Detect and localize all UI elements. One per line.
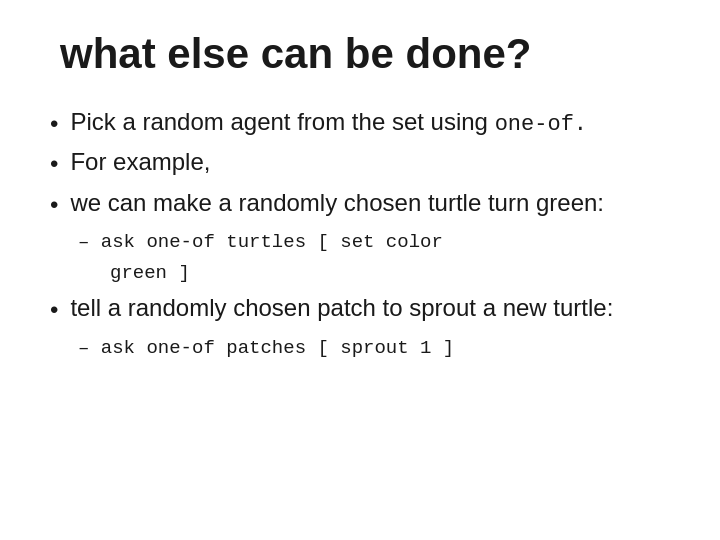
- list-item: • For example,: [50, 146, 670, 180]
- list-item: – ask one-of turtles [ set color green ]: [50, 227, 670, 286]
- bullet-dot: •: [50, 294, 58, 326]
- slide-title: what else can be done?: [60, 30, 670, 78]
- list-item: • Pick a random agent from the set using…: [50, 106, 670, 140]
- slide: what else can be done? • Pick a random a…: [0, 0, 720, 540]
- bullet-dot: •: [50, 108, 58, 140]
- bullet-content: Pick a random agent from the set using o…: [70, 106, 670, 140]
- bullet-content: For example,: [70, 146, 670, 178]
- bullet-dot: •: [50, 148, 58, 180]
- sub-dash: – ask one-of turtles [ set color: [78, 231, 443, 253]
- code-block-line1: – ask one-of turtles [ set color: [78, 229, 670, 256]
- bullet-content: we can make a randomly chosen turtle tur…: [70, 187, 670, 219]
- bullet-list: • Pick a random agent from the set using…: [50, 106, 670, 365]
- bullet-dot: •: [50, 189, 58, 221]
- inline-code: one-of.: [495, 112, 587, 137]
- list-item: – ask one-of patches [ sprout 1 ]: [50, 333, 670, 366]
- list-item: • tell a randomly chosen patch to sprout…: [50, 292, 670, 326]
- list-item: • we can make a randomly chosen turtle t…: [50, 187, 670, 221]
- code-block-patches: – ask one-of patches [ sprout 1 ]: [78, 335, 670, 362]
- bullet-content: tell a randomly chosen patch to sprout a…: [70, 292, 670, 324]
- code-block-line2: green ]: [110, 260, 670, 287]
